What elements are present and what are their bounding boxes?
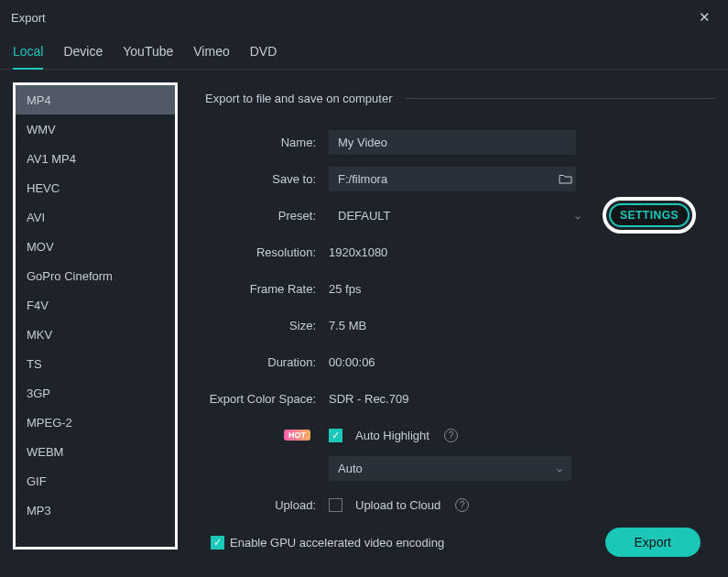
format-item[interactable]: MPEG-2 [16,408,175,437]
chevron-down-icon: ⌵ [575,211,581,221]
settings-button-highlight: SETTINGS [603,197,696,234]
format-item[interactable]: MP4 [16,85,175,114]
color-space-value: SDR - Rec.709 [329,392,408,406]
gpu-checkbox[interactable]: ✓ [211,536,224,550]
format-item[interactable]: WMV [16,114,175,144]
auto-highlight-value: Auto [338,462,363,475]
format-item[interactable]: GIF [16,466,175,495]
format-item[interactable]: WEBM [16,437,175,466]
format-item[interactable]: HEVC [16,173,175,202]
resolution-label: Resolution: [205,245,329,259]
divider [406,98,715,99]
section-header: Export to file and save on computer [205,92,393,105]
size-label: Size: [205,319,329,332]
format-item[interactable]: F4V [16,290,175,320]
upload-cloud-label[interactable]: Upload to Cloud [355,498,440,512]
export-button[interactable]: Export [605,528,701,557]
tab-youtube[interactable]: YouTube [123,38,173,69]
settings-button[interactable]: SETTINGS [609,203,690,227]
tab-dvd[interactable]: DVD [250,38,277,69]
format-list[interactable]: MP4 WMV AV1 MP4 HEVC AVI MOV GoPro Cinef… [13,82,178,550]
tab-device[interactable]: Device [63,38,103,69]
duration-label: Duration: [205,355,329,369]
resolution-value: 1920x1080 [329,245,387,259]
chevron-down-icon: ⌵ [557,463,562,474]
format-item[interactable]: TS [16,349,175,378]
format-item[interactable]: 3GP [16,378,175,408]
format-item[interactable]: AV1 MP4 [16,144,175,173]
auto-highlight-checkbox[interactable]: ✓ [329,429,342,442]
tab-vimeo[interactable]: Vimeo [193,38,229,69]
format-item[interactable]: MOV [16,232,175,261]
format-item[interactable]: MKV [16,320,175,349]
save-to-label: Save to: [205,172,329,186]
color-space-label: Export Color Space: [205,392,329,406]
preset-dropdown[interactable]: DEFAULT ⌵ [329,203,590,228]
auto-highlight-label[interactable]: Auto Highlight [355,429,429,442]
name-label: Name: [205,136,329,149]
folder-icon [559,173,572,185]
help-icon[interactable]: ? [455,498,469,512]
window-title: Export [11,11,46,25]
format-item[interactable]: GoPro Cineform [16,261,175,290]
name-input[interactable] [329,130,576,155]
settings-panel: Export to file and save on computer Name… [205,82,715,550]
gpu-label[interactable]: Enable GPU accelerated video encoding [230,536,444,550]
frame-rate-value: 25 fps [329,282,361,296]
duration-value: 00:00:06 [329,355,375,369]
help-icon[interactable]: ? [444,429,458,442]
tabs-bar: Local Device YouTube Vimeo DVD [0,31,728,70]
preset-value: DEFAULT [338,209,391,223]
upload-cloud-checkbox[interactable] [329,498,342,512]
size-value: 7.5 MB [329,319,366,332]
close-button[interactable]: ✕ [691,5,717,30]
upload-label: Upload: [205,498,329,512]
format-item[interactable]: MP3 [16,495,175,525]
tab-local[interactable]: Local [13,38,43,70]
auto-highlight-dropdown[interactable]: Auto ⌵ [329,456,571,481]
browse-folder-button[interactable] [556,169,574,188]
frame-rate-label: Frame Rate: [205,282,329,296]
hot-badge: HOT [284,430,310,441]
save-to-input[interactable] [329,167,576,191]
preset-label: Preset: [205,209,329,223]
close-icon: ✕ [699,9,711,26]
format-item[interactable]: AVI [16,202,175,232]
